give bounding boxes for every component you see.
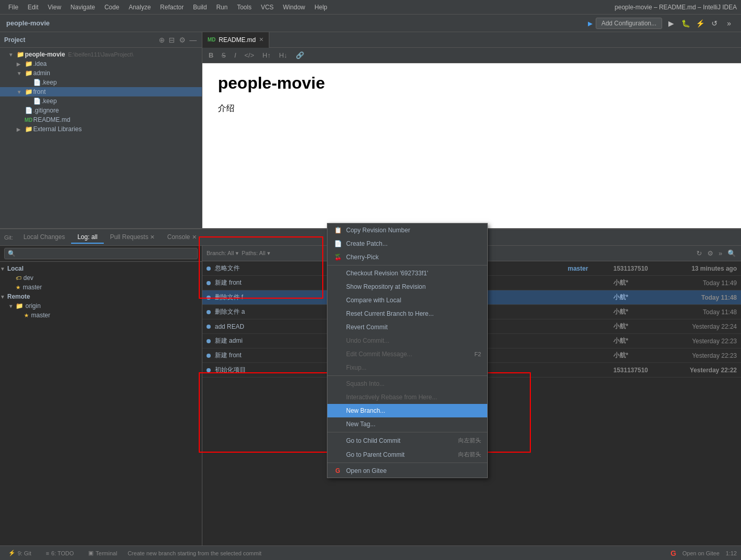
ctx-copy-revision[interactable]: 📋 Copy Revision Number	[327, 223, 487, 237]
tree-admin-keep[interactable]: ▶ 📄 .keep	[0, 78, 202, 87]
git-status-tab[interactable]: ⚡ 9: Git	[4, 549, 35, 557]
ctx-rebase-label: Interactively Rebase from Here...	[346, 394, 481, 401]
menu-build[interactable]: Build	[189, 2, 211, 12]
menu-help[interactable]: Help	[310, 2, 332, 12]
tab-readme[interactable]: MD README.md ✕	[202, 32, 269, 48]
ctx-copy-revision-label: Copy Revision Number	[346, 227, 477, 234]
tree-front[interactable]: ▼ 📁 front	[0, 87, 202, 96]
commit-hash: 小航*	[613, 293, 665, 302]
h1-button[interactable]: H↑	[260, 50, 273, 60]
collapse-icon[interactable]: ⊟	[168, 35, 176, 45]
tree-gitignore[interactable]: ▶ 📄 .gitignore	[0, 106, 202, 115]
tree-front-keep[interactable]: ▶ 📄 .keep	[0, 96, 202, 106]
ctx-new-tag[interactable]: New Tag...	[327, 417, 487, 431]
italic-button[interactable]: I	[232, 50, 238, 60]
origin-arrow-icon: ▼	[8, 303, 16, 309]
gitee-status-icon: G	[670, 549, 676, 557]
run-button[interactable]: ▶	[665, 18, 677, 29]
branch-dev[interactable]: ▶ 🏷 dev	[0, 273, 202, 283]
add-configuration-button[interactable]: Add Configuration...	[596, 18, 662, 29]
ctx-goto-child-label: Go to Child Commit	[346, 437, 454, 444]
tree-idea[interactable]: ▶ 📁 .idea	[0, 59, 202, 68]
ctx-goto-parent[interactable]: Go to Parent Commit 向右箭头	[327, 447, 487, 461]
menu-view[interactable]: View	[44, 2, 65, 12]
ctx-checkout-revision[interactable]: Checkout Revision '692733f1'	[327, 267, 487, 280]
menu-code[interactable]: Code	[100, 2, 124, 12]
tree-readme[interactable]: ▶ MD README.md	[0, 115, 202, 124]
minimize-icon[interactable]: —	[188, 35, 198, 45]
pull-requests-close-icon[interactable]: ✕	[150, 234, 155, 240]
create-patch-icon: 📄	[334, 240, 342, 247]
ctx-open-gitee[interactable]: G Open on Gitee	[327, 464, 487, 478]
commit-time: Today 11:48	[669, 309, 737, 316]
menu-vcs[interactable]: VCS	[257, 2, 278, 12]
content-intro: 介绍	[218, 103, 725, 114]
branch-search-input[interactable]	[4, 248, 198, 259]
tab-console[interactable]: Console ✕	[161, 231, 202, 244]
debug-button[interactable]: 🐛	[680, 18, 691, 29]
profile-button[interactable]: ↺	[709, 18, 720, 29]
tab-pull-requests[interactable]: Pull Requests ✕	[104, 231, 161, 244]
ctx-revert-commit[interactable]: Revert Commit	[327, 320, 487, 334]
menu-file[interactable]: File	[4, 2, 22, 12]
branch-remote-group[interactable]: ▼ Remote	[0, 292, 202, 301]
settings-icon[interactable]: ⚙	[706, 248, 715, 258]
menu-refactor[interactable]: Refactor	[156, 2, 188, 12]
menu-analyze[interactable]: Analyze	[125, 2, 155, 12]
readme-label: README.md	[33, 116, 70, 123]
branch-local-group[interactable]: ▼ Local	[0, 264, 202, 273]
menu-run[interactable]: Run	[212, 2, 232, 12]
git-num-icon: ⚡	[8, 550, 16, 556]
tree-admin[interactable]: ▼ 📁 admin	[0, 68, 202, 78]
editor-toolbar: B S̶ I </> H↑ H↓ 🔗	[202, 48, 741, 63]
dev-label: dev	[23, 274, 33, 282]
tree-external-libs[interactable]: ▶ 📁 External Libraries	[0, 124, 202, 134]
extlibs-arrow-icon: ▶	[17, 127, 24, 132]
front-arrow-icon: ▼	[17, 89, 24, 95]
bold-button[interactable]: B	[207, 50, 215, 60]
ctx-create-patch[interactable]: 📄 Create Patch...	[327, 237, 487, 250]
toolbar-right: ▸ Add Configuration... ▶ 🐛 ⚡ ↺ »	[588, 18, 735, 29]
link-button[interactable]: 🔗	[294, 50, 306, 60]
menu-navigate[interactable]: Navigate	[66, 2, 99, 12]
todo-status-tab[interactable]: ≡ 6: TODO	[42, 549, 78, 557]
tab-log-all[interactable]: Log: all	[71, 231, 104, 244]
expand-icon[interactable]: »	[718, 248, 723, 258]
menu-edit[interactable]: Edit	[23, 2, 43, 12]
add-icon[interactable]: ⊕	[158, 35, 166, 45]
ctx-reset-branch[interactable]: Reset Current Branch to Here...	[327, 307, 487, 320]
dev-tag-icon: 🏷	[16, 275, 21, 281]
search-log-icon[interactable]: 🔍	[726, 248, 737, 258]
menu-window[interactable]: Window	[279, 2, 309, 12]
gear-icon[interactable]: ⚙	[178, 35, 187, 45]
code-button[interactable]: </>	[242, 50, 256, 60]
commit-dot-icon	[207, 267, 211, 271]
branch-filter-label[interactable]: Branch: All ▾	[207, 250, 239, 257]
commit-time: Today 11:49	[669, 279, 737, 287]
ctx-compare-local[interactable]: Compare with Local	[327, 293, 487, 307]
branch-origin[interactable]: ▼ 📁 origin	[0, 301, 202, 311]
path-filter-label[interactable]: Paths: All ▾	[242, 250, 270, 257]
tree-root[interactable]: ▼ 📁 people-movie E:\beifen111\JavaProjec…	[0, 50, 202, 59]
more-button[interactable]: »	[723, 18, 735, 29]
tab-close-icon[interactable]: ✕	[259, 36, 264, 43]
todo-tab-label: 6: TODO	[51, 550, 74, 556]
ctx-new-branch[interactable]: New Branch...	[327, 404, 487, 417]
coverage-button[interactable]: ⚡	[694, 18, 706, 29]
ctx-cherry-pick[interactable]: 🍒 Cherry-Pick	[327, 250, 487, 264]
console-close-icon[interactable]: ✕	[192, 234, 197, 240]
refresh-icon[interactable]: ↻	[695, 248, 703, 258]
ctx-separator-2	[327, 375, 487, 376]
branch-master-local[interactable]: ▶ ★ master	[0, 283, 202, 292]
branch-master-remote[interactable]: ▶ ★ master	[0, 311, 202, 320]
strikethrough-button[interactable]: S̶	[219, 50, 228, 60]
terminal-status-tab[interactable]: ▣ Terminal	[84, 549, 121, 557]
tab-local-changes[interactable]: Local Changes	[17, 231, 71, 244]
ctx-show-repo[interactable]: Show Repository at Revision	[327, 280, 487, 293]
menu-tools[interactable]: Tools	[233, 2, 256, 12]
ctx-cherry-pick-label: Cherry-Pick	[346, 254, 481, 261]
commit-hash: 1531137510	[613, 367, 665, 374]
h2-button[interactable]: H↓	[277, 50, 290, 60]
origin-label: origin	[25, 302, 40, 310]
ctx-goto-child[interactable]: Go to Child Commit 向左箭头	[327, 433, 487, 447]
